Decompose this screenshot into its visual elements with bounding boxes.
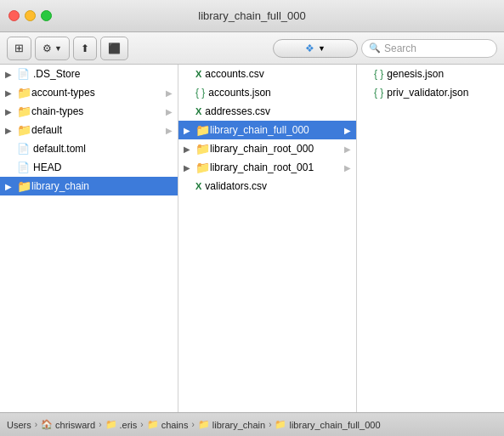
breadcrumb-icon: 📁 [198,419,210,430]
search-box[interactable]: 🔍 Search [361,39,497,58]
status-bar: Users›🏠chrisward›📁.eris›📁chains›📁library… [0,412,504,436]
item-name: accounts.json [208,87,270,99]
search-placeholder: Search [384,42,416,54]
breadcrumb-item[interactable]: 📁library_chain [198,419,265,430]
breadcrumb-label: chains [161,420,189,430]
right-arrow-icon: ▶ [344,163,351,173]
item-name: HEAD [33,161,61,173]
dropdown-arrow-icon: ▼ [318,44,326,53]
breadcrumb-label: .eris [120,420,138,430]
item-name: .DS_Store [33,68,80,80]
breadcrumb-label: library_chain_full_000 [289,420,380,430]
breadcrumb-separator: › [269,420,271,429]
item-name: library_chain_root_000 [210,143,314,155]
list-item[interactable]: X validators.csv [178,177,356,195]
list-item[interactable]: X accounts.csv [178,65,356,83]
expand-arrow-icon: ▶ [184,144,195,154]
search-icon: 🔍 [369,42,381,54]
item-name: priv_validator.json [387,87,468,99]
item-name: validators.csv [205,180,267,192]
settings-button[interactable]: ⚙ ▼ [35,37,70,60]
item-name: account-types [31,87,95,99]
list-item[interactable]: X addresses.csv [178,102,356,121]
dropbox-icon: ❖ [305,42,314,54]
grid-view-button[interactable]: ⊞ [7,37,31,60]
right-arrow-icon: ▶ [166,107,173,116]
item-name: library_chain [31,180,89,192]
column-2: X accounts.csv{ } accounts.jsonX address… [178,65,357,412]
share-button[interactable]: ⬆ [73,37,97,60]
json-icon: { } [374,68,383,80]
breadcrumb-icon: 🏠 [41,419,53,430]
list-item[interactable]: ▶📁 chain-types▶ [0,102,178,121]
file-icon: 📄 [17,161,30,173]
breadcrumb-label: chrisward [55,420,95,430]
breadcrumb-separator: › [191,420,194,429]
action-dropdown[interactable]: ❖ ▼ [273,39,358,58]
maximize-button[interactable] [41,10,52,21]
expand-arrow-icon: ▶ [184,163,195,173]
right-arrow-icon: ▶ [166,126,173,135]
column-1: ▶📄 .DS_Store▶📁 account-types▶▶📁 chain-ty… [0,65,178,412]
breadcrumb-item[interactable]: Users [7,420,31,430]
expand-arrow-icon: ▶ [5,107,17,116]
gear-arrow-icon: ▼ [54,44,62,53]
item-name: addresses.csv [205,105,270,117]
list-item[interactable]: ▶📁 library_chain_root_001▶ [178,158,356,177]
list-item[interactable]: 📄 HEAD [0,158,178,177]
breadcrumb-label: library_chain [212,420,265,430]
folder-icon: 📁 [195,123,210,137]
expand-arrow-icon: ▶ [5,182,17,191]
folder-icon: 📁 [17,123,31,137]
folder-icon: 📁 [195,161,210,174]
breadcrumb-label: Users [7,420,31,430]
window-title: library_chain_full_000 [198,9,305,22]
json-icon: { } [195,87,205,99]
list-item[interactable]: ▶📄 .DS_Store [0,65,178,83]
breadcrumb-item[interactable]: 📁.eris [105,419,138,430]
list-item[interactable]: ▶📁 default▶ [0,121,178,139]
right-arrow-icon: ▶ [344,144,351,154]
file-icon: 📄 [17,143,30,155]
list-item[interactable]: ▶📁 account-types▶ [0,83,178,102]
minimize-button[interactable] [25,10,36,21]
item-name: default.toml [33,143,86,155]
list-item[interactable]: 📄 default.toml [0,139,178,158]
title-bar: library_chain_full_000 [0,0,504,32]
folder-icon: 📁 [17,86,31,99]
expand-arrow-icon: ▶ [5,126,17,135]
toolbar: ⊞ ⚙ ▼ ⬆ ⬛ ❖ ▼ 🔍 Search [0,32,504,65]
grid-icon: ⊞ [14,42,24,54]
item-name: accounts.csv [205,68,263,80]
item-name: default [31,124,62,136]
share-icon: ⬆ [81,42,89,54]
breadcrumb-item[interactable]: 🏠chrisward [41,419,95,430]
back-button[interactable]: ⬛ [100,37,128,60]
item-name: genesis.json [387,68,444,80]
folder-icon: 📁 [17,105,31,118]
close-button[interactable] [8,10,20,21]
list-item[interactable]: ▶📁 library_chain_full_000▶ [178,121,356,139]
breadcrumb-icon: 📁 [105,419,117,430]
list-item[interactable]: ▶📁 library_chain [0,177,178,195]
list-item[interactable]: { } accounts.json [178,83,356,102]
list-item[interactable]: { } priv_validator.json [357,83,504,102]
breadcrumb-item[interactable]: 📁chains [147,419,189,430]
breadcrumb-separator: › [35,420,37,429]
breadcrumb-icon: 📁 [147,419,159,430]
breadcrumb-item[interactable]: 📁library_chain_full_000 [275,419,380,430]
back-icon: ⬛ [108,42,121,54]
list-item[interactable]: ▶📁 library_chain_root_000▶ [178,139,356,158]
breadcrumb-separator: › [140,420,143,429]
csv-icon: X [195,69,201,79]
expand-arrow-icon: ▶ [5,88,17,98]
list-item[interactable]: { } genesis.json [357,65,504,83]
item-name: library_chain_full_000 [210,124,309,136]
folder-icon: 📁 [17,179,31,193]
breadcrumb-separator: › [99,420,101,429]
json-icon: { } [374,87,383,99]
window-controls [8,10,52,21]
right-arrow-icon: ▶ [166,88,173,98]
csv-icon: X [195,106,201,116]
column-3: { } genesis.json{ } priv_validator.json [357,65,504,412]
